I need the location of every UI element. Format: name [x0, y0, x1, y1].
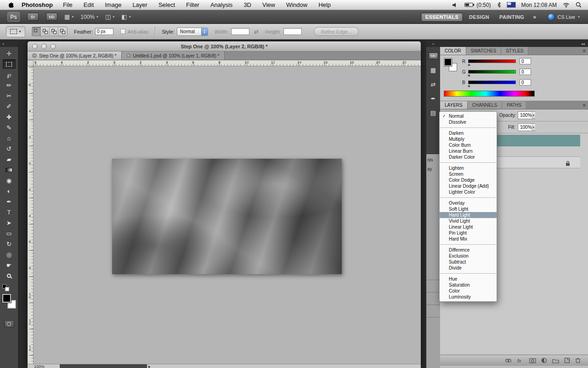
screen-mode-dropdown[interactable]: ◧ ▾: [121, 13, 130, 20]
status-info-segment[interactable]: [60, 364, 147, 368]
eyedropper-tool[interactable]: ✐: [3, 102, 16, 111]
document-tab-2[interactable]: ×Untitled-1.psd @ 100% (Layer 1, RGB/8) …: [122, 52, 225, 60]
rectangular-marquee-tool[interactable]: [3, 59, 16, 69]
volume-icon[interactable]: [452, 2, 458, 8]
horizontal-type-tool[interactable]: T: [3, 207, 16, 217]
color-panel-tab-styles[interactable]: STYLES: [501, 47, 528, 55]
tab-close-icon[interactable]: ×: [32, 53, 37, 58]
menu-item-window[interactable]: Window: [281, 1, 313, 8]
tab-close-icon[interactable]: ×: [126, 53, 131, 58]
delete-layer-icon[interactable]: [575, 357, 581, 363]
brush-tool[interactable]: ✎: [3, 123, 16, 132]
list-icon[interactable]: ▤: [430, 110, 436, 116]
layer-style-icon[interactable]: fx: [517, 357, 524, 363]
blend-mode-luminosity[interactable]: Luminosity: [440, 294, 497, 300]
mini-bridge-icon[interactable]: Mb: [429, 52, 438, 59]
canvas-area[interactable]: [34, 66, 421, 364]
b-value-input[interactable]: 0: [520, 79, 531, 86]
grid-icon[interactable]: ▦: [430, 67, 436, 74]
stepper-icon[interactable]: ▲▼: [201, 28, 208, 35]
status-arrow-icon[interactable]: ▶: [148, 365, 151, 368]
gradient-tool[interactable]: [3, 165, 16, 175]
arrange-documents-dropdown[interactable]: ◫ ▾: [105, 13, 114, 20]
layers-panel-tab-layers[interactable]: LAYERS: [440, 101, 468, 109]
minimize-button[interactable]: [41, 44, 47, 49]
blend-mode-color-dodge[interactable]: Color Dodge: [440, 177, 497, 183]
history-brush-tool[interactable]: ↺: [3, 144, 16, 154]
panel-dock-header[interactable]: ◂◂: [440, 41, 588, 47]
g-slider[interactable]: [468, 70, 516, 74]
menu-item-layer[interactable]: Layer: [127, 1, 153, 8]
width-input[interactable]: [231, 28, 249, 35]
blend-mode-dissolve[interactable]: Dissolve: [440, 119, 497, 125]
blur-tool[interactable]: ◉: [3, 176, 16, 185]
zoom-window-button[interactable]: [51, 44, 56, 49]
menu-item-image[interactable]: Image: [99, 1, 127, 8]
input-language-flag-icon[interactable]: [507, 2, 515, 7]
blend-mode-overlay[interactable]: Overlay: [440, 200, 497, 206]
layer-mask-icon[interactable]: [529, 358, 536, 363]
workspace-painting[interactable]: PAINTING: [495, 13, 528, 21]
b-slider[interactable]: [468, 80, 516, 84]
clone-stamp-tool[interactable]: ⌂: [3, 133, 16, 143]
color-panel-tab-swatches[interactable]: SWATCHES: [466, 47, 502, 55]
3d-orbit-tool[interactable]: ◎: [3, 250, 16, 259]
hand-tool[interactable]: ☛: [3, 260, 16, 270]
blend-mode-linear-light[interactable]: Linear Light: [440, 224, 497, 230]
blend-mode-darker-color[interactable]: Darker Color: [440, 154, 497, 160]
3d-rotate-tool[interactable]: ↻: [3, 239, 16, 249]
dodge-tool[interactable]: ◐: [3, 186, 16, 196]
refine-edge-button[interactable]: Refine Edge...: [314, 27, 359, 36]
r-value-input[interactable]: 0: [520, 58, 531, 64]
battery-indicator[interactable]: (0:50): [464, 2, 491, 8]
blend-mode-saturation[interactable]: Saturation: [440, 282, 497, 288]
launch-mini-bridge-button[interactable]: Mb: [46, 13, 57, 21]
foreground-color-swatch[interactable]: [2, 294, 11, 303]
adjustment-layer-icon[interactable]: [541, 357, 547, 363]
menu-item-3d[interactable]: 3D: [238, 1, 257, 8]
link-icon[interactable]: [505, 358, 512, 363]
intersect-selection-button[interactable]: [58, 27, 67, 36]
spot-healing-brush-tool[interactable]: ✚: [3, 112, 16, 122]
menu-item-view[interactable]: View: [257, 1, 281, 8]
blend-mode-hard-light[interactable]: Hard Light: [440, 212, 497, 218]
slider-thumb-icon[interactable]: [468, 74, 470, 76]
apple-menu-icon[interactable]: [8, 1, 14, 8]
launch-bridge-button[interactable]: Br: [27, 13, 39, 21]
r-slider[interactable]: [468, 59, 516, 63]
blend-mode-lighten[interactable]: Lighten: [440, 165, 497, 171]
blend-mode-divide[interactable]: Divide: [440, 265, 497, 271]
fill-combo[interactable]: 100% ▼: [518, 123, 535, 131]
blend-mode-darken[interactable]: Darken: [440, 130, 497, 136]
quick-selection-tool[interactable]: ✏: [3, 80, 16, 90]
blend-mode-multiply[interactable]: Multiply: [440, 136, 497, 142]
panel-foreground-swatch[interactable]: [444, 58, 452, 66]
menu-item-file[interactable]: File: [57, 1, 78, 8]
vertical-ruler[interactable]: 64202468101214: [28, 66, 34, 364]
close-button[interactable]: [32, 44, 38, 49]
rectangle-tool[interactable]: ▭: [3, 229, 16, 238]
blend-mode-color[interactable]: Color: [440, 288, 497, 294]
panel-menu-icon[interactable]: ≡: [583, 102, 586, 108]
blend-mode-hard-mix[interactable]: Hard Mix: [440, 236, 497, 242]
feather-input[interactable]: 0 px: [95, 28, 113, 35]
blend-mode-difference[interactable]: Difference: [440, 247, 497, 253]
color-panel-tab-color[interactable]: COLOR: [440, 47, 466, 55]
blend-mode-exclusion[interactable]: Exclusion: [440, 253, 497, 259]
menu-app-name[interactable]: Photoshop: [22, 1, 53, 8]
swap-arrows-icon[interactable]: ⇄: [431, 81, 436, 88]
zoom-tool[interactable]: [3, 271, 16, 281]
layers-panel-tab-paths[interactable]: PATHS: [502, 101, 526, 109]
document-title-bar[interactable]: Step One @ 100% (Layer 2, RGB/8) *: [28, 41, 421, 52]
menu-bar-clock[interactable]: Mon 12:08 AM: [521, 2, 557, 8]
new-layer-icon[interactable]: [564, 357, 570, 363]
zoom-level-dropdown[interactable]: 100% ▾: [80, 14, 98, 20]
wifi-icon[interactable]: [563, 2, 570, 8]
blend-mode-color-burn[interactable]: Color Burn: [440, 142, 497, 148]
workspace-overflow-button[interactable]: »: [530, 13, 539, 20]
new-selection-button[interactable]: [32, 27, 41, 36]
anti-alias-checkbox[interactable]: [120, 29, 125, 34]
blend-mode-pin-light[interactable]: Pin Light: [440, 230, 497, 236]
bluetooth-icon[interactable]: [497, 2, 501, 8]
subtract-from-selection-button[interactable]: [50, 27, 58, 36]
